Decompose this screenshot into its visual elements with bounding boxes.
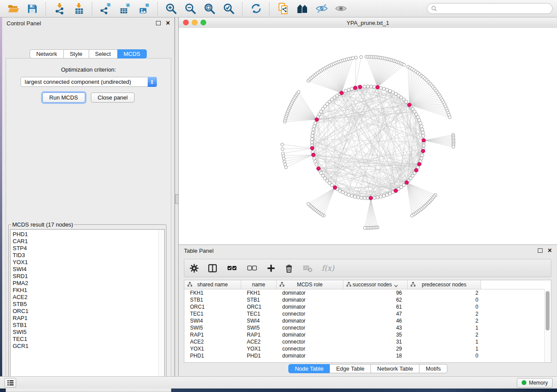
close-window-icon[interactable]: [183, 20, 189, 25]
mcds-result-item[interactable]: TID3: [10, 252, 164, 259]
table-cell: TEC1: [241, 311, 277, 317]
mcds-result-item[interactable]: FKH1: [10, 287, 164, 294]
deselect-all-icon: [246, 262, 258, 274]
toolbar-separator: [92, 2, 93, 15]
table-row[interactable]: FKH1FKH1dominator962: [184, 289, 551, 296]
column-header-name[interactable]: name: [241, 280, 277, 289]
tab-node-table[interactable]: Node Table: [288, 364, 330, 373]
table-cell: dominator: [277, 304, 343, 310]
export-image-button[interactable]: [135, 2, 153, 16]
function-builder-button[interactable]: f(x): [322, 261, 334, 275]
table-row[interactable]: ORC1ORC1dominator610: [184, 303, 551, 310]
zoom-selected-region-button[interactable]: [220, 2, 238, 16]
tab-motifs[interactable]: Motifs: [419, 364, 447, 373]
mcds-result-item[interactable]: STB5: [10, 301, 164, 308]
table-row[interactable]: STB1STB1dominator620: [184, 296, 551, 303]
mcds-result-item[interactable]: SRD1: [10, 273, 164, 280]
hide-selected-button[interactable]: [313, 2, 330, 16]
table-row[interactable]: TEC1TEC1connector472: [184, 310, 551, 317]
table-cell: SWI5: [184, 325, 241, 331]
open-session-button[interactable]: [4, 2, 22, 16]
minimize-window-icon[interactable]: [192, 20, 197, 25]
close-panel-icon[interactable]: ×: [166, 20, 170, 26]
table-row[interactable]: SWI5SWI5connector431: [184, 324, 551, 331]
show-columns-button[interactable]: [208, 261, 218, 275]
mcds-result-item[interactable]: PHD1: [10, 231, 164, 238]
select-all-button[interactable]: [226, 261, 238, 275]
leaf-nodes[interactable]: [281, 55, 455, 230]
table-row[interactable]: SWI4SWI4dominator462: [184, 317, 551, 324]
float-table-panel-icon[interactable]: [538, 248, 543, 253]
mcds-result-item[interactable]: TEC1: [10, 336, 164, 343]
close-table-panel-icon[interactable]: ×: [548, 248, 552, 254]
import-table-from-file-button[interactable]: [70, 2, 87, 16]
delete-table-button[interactable]: [302, 261, 313, 275]
refresh-view-button[interactable]: [247, 2, 265, 16]
mcds-result-group: MCDS result (17 nodes) PHD1CAR1STP4TID3Y…: [8, 221, 166, 381]
tab-style[interactable]: Style: [64, 49, 89, 58]
mcds-result-item[interactable]: SWI5: [10, 329, 164, 336]
run-mcds-button[interactable]: Run MCDS: [42, 93, 85, 103]
memory-status-icon: [522, 380, 526, 385]
mcds-result-item[interactable]: PMA2: [10, 280, 164, 287]
table-cell: RAP1: [184, 332, 241, 338]
zoom-out-icon: [184, 3, 197, 15]
float-panel-icon[interactable]: [156, 21, 161, 25]
search-input[interactable]: [439, 5, 548, 12]
mcds-result-item[interactable]: ORC1: [10, 308, 164, 315]
memory-button[interactable]: Memory: [517, 378, 553, 388]
import-network-from-file-button[interactable]: [51, 2, 68, 16]
mcds-result-item[interactable]: ACE2: [10, 294, 164, 301]
open-folder-icon: [7, 3, 19, 14]
splitter-grip[interactable]: [175, 194, 179, 204]
new-network-from-selection-button[interactable]: [274, 2, 292, 16]
add-column-button[interactable]: [266, 261, 276, 275]
mcds-result-item[interactable]: YOX1: [10, 259, 164, 266]
zoom-out-button[interactable]: [182, 2, 199, 16]
table-row[interactable]: RAP1RAP1dominator352: [184, 331, 551, 338]
table-header-row: shared namenameMCDS rolesuccessor nodesp…: [184, 280, 551, 289]
network-canvas[interactable]: [179, 28, 557, 244]
mcds-result-item[interactable]: RAP1: [10, 315, 164, 322]
tab-network-table[interactable]: Network Table: [371, 364, 419, 373]
table-options-button[interactable]: [190, 261, 199, 275]
mcds-list-scrollbar[interactable]: [158, 230, 164, 379]
table-scrollbar[interactable]: [544, 289, 551, 362]
close-panel-button[interactable]: Close panel: [91, 93, 135, 103]
table-cell: dominator: [277, 318, 343, 324]
panel-menu-button[interactable]: [4, 378, 16, 388]
maximize-window-icon[interactable]: [201, 20, 206, 25]
table-row[interactable]: YOX1YOX1connector291: [184, 345, 551, 352]
show-all-button[interactable]: [332, 2, 349, 16]
table-cell: 47: [343, 311, 408, 317]
tab-mcds[interactable]: MCDS: [118, 49, 147, 58]
mcds-result-item[interactable]: GCR1: [10, 343, 164, 350]
window-controls: [183, 20, 206, 25]
optimization-criterion-select[interactable]: largest connected component (undirected): [21, 77, 157, 87]
tab-select[interactable]: Select: [89, 49, 118, 58]
column-header-mcds-role[interactable]: MCDS role: [277, 280, 343, 289]
mcds-result-item[interactable]: CAR1: [10, 238, 164, 245]
export-table-button[interactable]: [116, 2, 134, 16]
mcds-result-item[interactable]: STP4: [10, 245, 164, 252]
column-header-successor-nodes[interactable]: successor nodes: [343, 280, 408, 289]
fit-content-button[interactable]: [201, 2, 218, 16]
export-network-button[interactable]: [97, 2, 114, 16]
table-scrollbar-thumb[interactable]: [546, 291, 550, 330]
column-header-shared-name[interactable]: shared name: [184, 280, 241, 289]
save-session-button[interactable]: [24, 2, 41, 16]
panel-splitter[interactable]: [175, 17, 179, 376]
mcds-result-item[interactable]: STB1: [10, 322, 164, 329]
mcds-tab-content: Optimization criterion: largest connecte…: [6, 58, 171, 392]
tab-network[interactable]: Network: [30, 49, 64, 58]
tab-edge-table[interactable]: Edge Table: [330, 364, 371, 373]
delete-columns-button[interactable]: [284, 261, 294, 275]
first-neighbors-button[interactable]: [294, 2, 311, 16]
zoom-in-button[interactable]: [163, 2, 180, 16]
column-header-predecessor-nodes[interactable]: predecessor nodes: [408, 280, 481, 289]
memory-label: Memory: [529, 380, 548, 386]
table-row[interactable]: ACE2ACE2connector311: [184, 338, 551, 345]
deselect-all-button[interactable]: [246, 261, 258, 275]
mcds-result-item[interactable]: SWI4: [10, 266, 164, 273]
table-row[interactable]: PHD1PHD1dominator180: [184, 352, 551, 359]
